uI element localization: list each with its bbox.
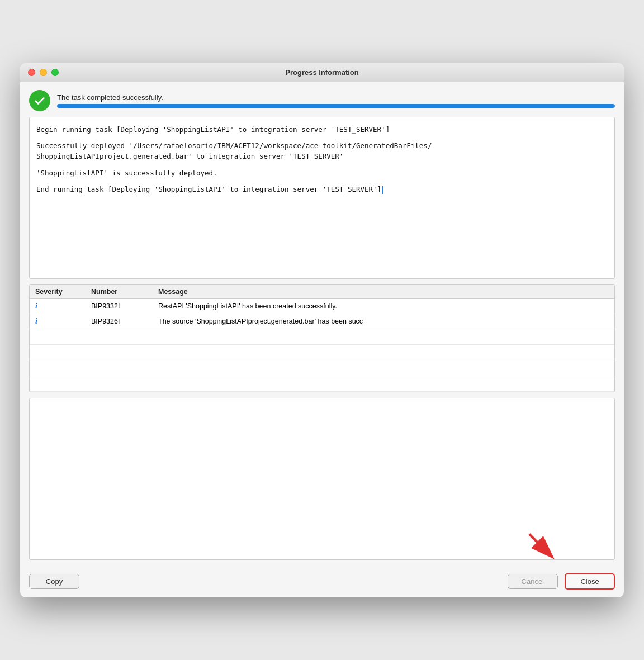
log-area[interactable]: Begin running task [Deploying 'ShoppingL… (29, 117, 615, 279)
window-close-button[interactable] (28, 69, 35, 76)
button-bar-wrapper: Copy Cancel Close (20, 568, 624, 597)
titlebar: Progress Information (20, 63, 624, 82)
table-row[interactable]: i BIP9326I The source 'ShoppingListAPIpr… (30, 314, 614, 329)
table-row-empty-2 (30, 345, 614, 360)
table-header: Severity Number Message (30, 285, 614, 299)
message-2: The source 'ShoppingListAPIproject.gener… (158, 317, 592, 325)
number-2: BIP9326I (91, 317, 158, 325)
content-area: The task completed successfully. Begin r… (20, 82, 624, 568)
status-right: The task completed successfully. (57, 93, 615, 108)
table-body: i BIP9332I RestAPI 'ShoppingListAPI' has… (30, 299, 614, 392)
window-minimize-button[interactable] (40, 69, 47, 76)
log-line-4: End running task [Deploying 'ShoppingLis… (36, 184, 608, 194)
table-row-empty-1 (30, 329, 614, 345)
severity-icon-1: i (35, 302, 91, 311)
message-1: RestAPI 'ShoppingListAPI' has been creat… (158, 302, 592, 310)
col-message: Message (158, 288, 592, 296)
close-button[interactable]: Close (565, 573, 615, 590)
table-row-empty-4 (30, 376, 614, 392)
col-number: Number (91, 288, 158, 296)
number-1: BIP9332I (91, 302, 158, 310)
progress-window: Progress Information The task completed … (20, 63, 624, 597)
severity-icon-2: i (35, 317, 91, 326)
status-text: The task completed successfully. (57, 93, 615, 102)
table-row[interactable]: i BIP9332I RestAPI 'ShoppingListAPI' has… (30, 299, 614, 314)
success-icon (29, 90, 50, 111)
log-line-1: Begin running task [Deploying 'ShoppingL… (36, 124, 608, 135)
col-extra (592, 288, 609, 296)
cancel-button[interactable]: Cancel (508, 574, 558, 589)
col-severity: Severity (35, 288, 91, 296)
lower-text-area[interactable] (29, 398, 615, 560)
log-line-2: Successfully deployed '/Users/rafaelosor… (36, 140, 608, 162)
status-bar: The task completed successfully. (29, 90, 615, 111)
window-controls (28, 69, 59, 76)
window-title: Progress Information (285, 68, 358, 77)
log-line-3: 'ShoppingListAPI' is successfully deploy… (36, 168, 608, 178)
button-bar: Copy Cancel Close (20, 568, 624, 597)
window-maximize-button[interactable] (51, 69, 59, 76)
log-cursor (382, 186, 383, 194)
copy-button[interactable]: Copy (29, 574, 79, 589)
progress-bar-container (57, 104, 615, 108)
progress-bar-fill (57, 104, 615, 108)
table-row-empty-3 (30, 360, 614, 376)
table-container: Severity Number Message i BIP9332I RestA… (29, 284, 615, 392)
